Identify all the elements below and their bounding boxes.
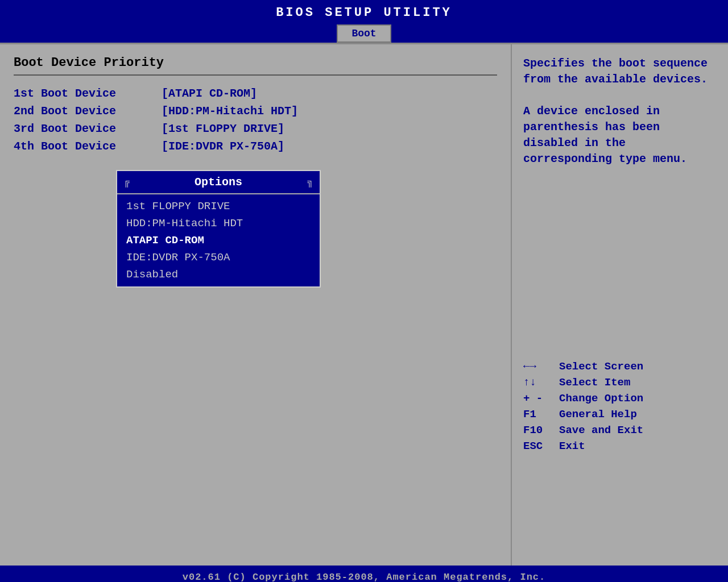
main-content: Boot Device Priority 1st Boot Device [AT… — [0, 43, 728, 566]
boot-label-1: 1st Boot Device — [14, 87, 162, 100]
section-title: Boot Device Priority — [14, 56, 497, 70]
options-item[interactable]: Disabled — [117, 266, 320, 283]
key-binding-row: F1General Help — [523, 408, 717, 421]
boot-device-row-3[interactable]: 3rd Boot Device [1st FLOPPY DRIVE] — [14, 122, 497, 135]
options-item[interactable]: IDE:DVDR PX-750A — [117, 249, 320, 266]
options-item[interactable]: ATAPI CD-ROM — [117, 232, 320, 249]
section-divider — [14, 74, 497, 76]
key-binding-row: ESCExit — [523, 440, 717, 452]
key-symbol: ESC — [523, 440, 555, 452]
key-symbol: F1 — [523, 408, 555, 421]
key-desc: General Help — [559, 408, 637, 421]
key-symbol: ←→ — [523, 360, 555, 373]
boot-label-4: 4th Boot Device — [14, 140, 162, 153]
key-desc: Change Option — [559, 392, 643, 405]
right-panel: Specifies the boot sequence from the ava… — [512, 44, 728, 566]
options-popup: ╔ Options ╗ 1st FLOPPY DRIVEHDD:PM-Hitac… — [116, 170, 321, 288]
options-corner-right: ╗ — [307, 177, 313, 188]
key-binding-row: + -Change Option — [523, 392, 717, 405]
boot-label-2: 2nd Boot Device — [14, 105, 162, 118]
boot-value-1: [ATAPI CD-ROM] — [162, 87, 257, 100]
boot-value-4: [IDE:DVDR PX-750A] — [162, 140, 284, 153]
bios-title: BIOS SETUP UTILITY — [0, 3, 728, 22]
tab-bar: Boot — [337, 24, 391, 43]
footer-text: v02.61 (C) Copyright 1985-2008, American… — [183, 572, 546, 583]
key-bindings: ←→Select Screen↑↓Select Item+ -Change Op… — [523, 360, 717, 452]
key-desc: Exit — [559, 440, 585, 452]
left-panel: Boot Device Priority 1st Boot Device [AT… — [0, 44, 512, 566]
boot-device-row-2[interactable]: 2nd Boot Device [HDD:PM-Hitachi HDT] — [14, 105, 497, 118]
options-header: ╔ Options ╗ — [117, 171, 320, 194]
key-symbol: F10 — [523, 424, 555, 436]
footer: v02.61 (C) Copyright 1985-2008, American… — [0, 566, 728, 582]
key-symbol: + - — [523, 392, 555, 405]
boot-value-2: [HDD:PM-Hitachi HDT] — [162, 105, 298, 118]
key-binding-row: ↑↓Select Item — [523, 376, 717, 389]
options-corner-left: ╔ — [124, 177, 130, 188]
boot-device-row-4[interactable]: 4th Boot Device [IDE:DVDR PX-750A] — [14, 140, 497, 153]
options-list: 1st FLOPPY DRIVEHDD:PM-Hitachi HDTATAPI … — [117, 194, 320, 286]
bios-header: BIOS SETUP UTILITY Boot — [0, 0, 728, 43]
key-desc: Select Screen — [559, 360, 643, 373]
key-binding-row: F10Save and Exit — [523, 424, 717, 436]
boot-tab[interactable]: Boot — [337, 24, 391, 43]
key-binding-row: ←→Select Screen — [523, 360, 717, 373]
options-item[interactable]: HDD:PM-Hitachi HDT — [117, 215, 320, 232]
options-item[interactable]: 1st FLOPPY DRIVE — [117, 198, 320, 215]
key-desc: Select Item — [559, 376, 630, 389]
boot-label-3: 3rd Boot Device — [14, 122, 162, 135]
boot-device-row-1[interactable]: 1st Boot Device [ATAPI CD-ROM] — [14, 87, 497, 100]
key-desc: Save and Exit — [559, 424, 643, 436]
help-text: Specifies the boot sequence from the ava… — [523, 56, 717, 167]
boot-value-3: [1st FLOPPY DRIVE] — [162, 122, 284, 135]
key-symbol: ↑↓ — [523, 376, 555, 389]
options-title: Options — [136, 176, 301, 189]
